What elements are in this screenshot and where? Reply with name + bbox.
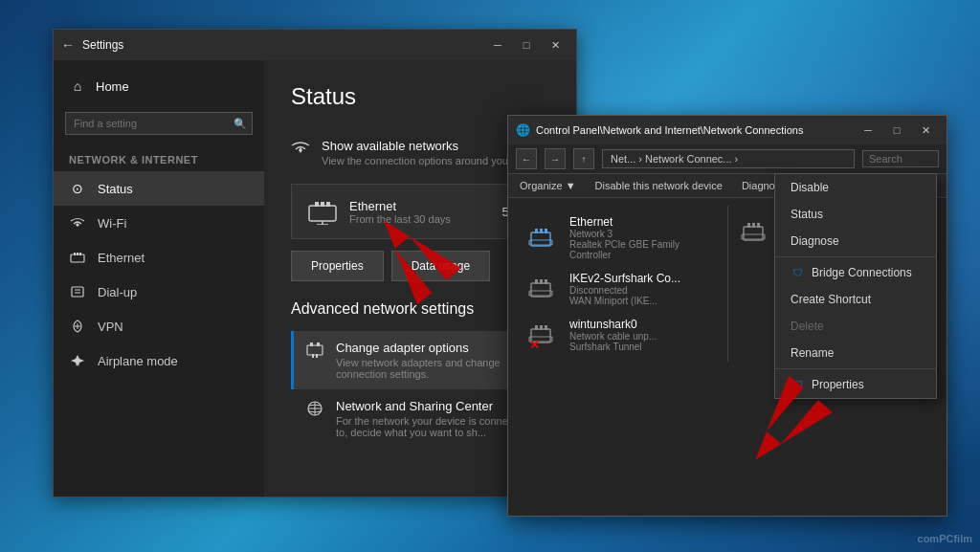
- show-networks-title: Show available networks: [322, 139, 511, 153]
- sidebar-item-dialup[interactable]: Dial-up: [54, 275, 264, 309]
- network-icon: [291, 139, 310, 158]
- disable-device-button[interactable]: Disable this network device: [591, 178, 726, 193]
- ethernet-net-icon: [527, 221, 562, 255]
- ethernet-net-sub: Network 3: [569, 229, 716, 239]
- svg-rect-31: [535, 279, 538, 284]
- sidebar-home[interactable]: ⌂ Home: [54, 68, 264, 104]
- sidebar-item-vpn-label: VPN: [98, 320, 123, 334]
- ikev2-net-name: IKEv2-Surfshark Co...: [569, 272, 680, 285]
- search-icon: 🔍: [234, 118, 247, 130]
- svg-rect-30: [531, 283, 550, 297]
- svg-rect-43: [757, 223, 760, 228]
- svg-rect-17: [317, 342, 320, 346]
- ethernet-sub: From the last 30 days: [349, 213, 451, 225]
- show-networks-text: Show available networks View the connect…: [322, 139, 511, 166]
- data-usage-button[interactable]: Data usage: [391, 251, 490, 281]
- sidebar-home-label: Home: [96, 79, 129, 94]
- svg-rect-1: [74, 253, 76, 255]
- home-icon: ⌂: [69, 77, 86, 95]
- ethernet-info: Ethernet From the last 30 days: [349, 199, 451, 225]
- ctx-status[interactable]: Status: [775, 201, 936, 228]
- context-menu: Disable Status Diagnose 🛡 Bridge Connect…: [774, 198, 937, 399]
- ctx-shortcut[interactable]: Create Shortcut: [775, 286, 936, 313]
- svg-rect-40: [744, 227, 763, 240]
- ctx-properties[interactable]: 🛡 Properties: [775, 371, 936, 398]
- settings-titlebar: ← Settings ─ □ ✕: [54, 30, 576, 60]
- titlebar-left: ← Settings: [61, 37, 123, 53]
- wintun-net-sub: Network cable unp...: [569, 331, 657, 342]
- adapter-icon: [305, 341, 324, 360]
- wintun-net-sub2: Surfshark Tunnel: [569, 342, 657, 352]
- search-box: 🔍: [65, 112, 253, 135]
- ctx-properties-shield-icon: 🛡: [791, 378, 804, 391]
- svg-rect-36: [535, 325, 538, 330]
- sidebar-item-wifi[interactable]: Wi-Fi: [54, 206, 264, 240]
- sidebar-item-ethernet[interactable]: Ethernet: [54, 240, 264, 275]
- titlebar-controls: ─ □ ✕: [484, 35, 568, 55]
- cp-up-button[interactable]: ↑: [573, 148, 594, 169]
- ethernet-network-item[interactable]: Ethernet Network 3 Realtek PCIe GBE Fami…: [520, 210, 724, 266]
- sidebar-item-airplane[interactable]: Airplane mode: [54, 343, 264, 378]
- ethernet-icon: [69, 249, 86, 266]
- svg-rect-28: [545, 229, 547, 233]
- watermark: comPCfilm: [918, 533, 972, 544]
- ctx-bridge-shield-icon: 🛡: [791, 266, 804, 279]
- svg-rect-11: [321, 202, 324, 207]
- airplane-icon: [69, 352, 86, 369]
- cp-minimize-button[interactable]: ─: [855, 121, 881, 140]
- cp-close-button[interactable]: ✕: [912, 121, 939, 140]
- maximize-button[interactable]: □: [513, 35, 540, 55]
- sidebar: ⌂ Home 🔍 Network & Internet ⊙ Status Wi-…: [54, 60, 264, 497]
- sidebar-item-vpn[interactable]: VPN: [54, 309, 264, 343]
- ctx-divider-2: [775, 368, 936, 369]
- ctx-divider-1: [775, 256, 936, 257]
- cp-forward-button[interactable]: →: [545, 148, 566, 169]
- svg-rect-37: [540, 325, 543, 330]
- ethernet-net-sub2: Realtek PCIe GBE Family Controller: [569, 239, 716, 260]
- cp-address-bar[interactable]: Net... › Network Connec... ›: [602, 149, 855, 168]
- ctx-diagnose[interactable]: Diagnose: [775, 228, 936, 254]
- ethernet-left: Ethernet From the last 30 days: [307, 196, 451, 227]
- sidebar-item-airplane-label: Airplane mode: [98, 354, 178, 368]
- svg-rect-19: [316, 354, 318, 358]
- properties-button[interactable]: Properties: [291, 251, 384, 281]
- ethernet-net-name: Ethernet: [569, 215, 716, 229]
- svg-rect-32: [540, 279, 543, 284]
- cp-address-text: Net... › Network Connec... ›: [611, 153, 738, 165]
- cp-back-button[interactable]: ←: [516, 148, 537, 169]
- wifi-icon: [69, 214, 86, 232]
- svg-rect-26: [535, 229, 538, 233]
- svg-rect-16: [310, 342, 313, 346]
- ethernet-name: Ethernet: [349, 199, 451, 213]
- svg-rect-27: [540, 229, 543, 233]
- svg-rect-12: [326, 202, 330, 207]
- sidebar-item-status[interactable]: ⊙ Status: [54, 171, 264, 206]
- show-networks-desc: View the connection options around you.: [322, 155, 511, 166]
- cp-search-input[interactable]: [862, 150, 939, 167]
- svg-rect-44: [742, 234, 765, 239]
- ctx-status-label: Status: [791, 208, 823, 221]
- svg-rect-15: [307, 345, 323, 355]
- ethernet3-net-icon: [740, 215, 774, 250]
- svg-rect-42: [752, 223, 755, 228]
- close-button[interactable]: ✕: [542, 35, 568, 55]
- organize-button[interactable]: Organize ▼: [516, 178, 580, 193]
- ctx-delete: Delete: [775, 313, 936, 340]
- back-button[interactable]: ←: [61, 37, 75, 53]
- minimize-button[interactable]: ─: [484, 35, 511, 55]
- settings-window-title: Settings: [82, 38, 123, 52]
- wintun-network-item[interactable]: ✕ wintunshark0 Network cable unp... Surf…: [520, 312, 724, 358]
- search-input[interactable]: [65, 112, 253, 135]
- svg-rect-4: [72, 287, 83, 297]
- svg-rect-41: [747, 223, 750, 228]
- control-panel-window: 🌐 Control Panel\Network and Internet\Net…: [507, 115, 947, 517]
- ctx-bridge[interactable]: 🛡 Bridge Connections: [775, 259, 936, 286]
- cp-controls: ─ □ ✕: [855, 121, 939, 140]
- cp-body: Ethernet Network 3 Realtek PCIe GBE Fami…: [508, 198, 947, 516]
- ikev2-network-item[interactable]: IKEv2-Surfshark Co... Disconnected WAN M…: [520, 266, 724, 312]
- cp-maximize-button[interactable]: □: [883, 121, 910, 140]
- svg-rect-34: [529, 291, 552, 296]
- cp-title-text: Control Panel\Network and Internet\Netwo…: [536, 124, 849, 136]
- ctx-rename[interactable]: Rename: [775, 340, 936, 366]
- cp-nav-bar: ← → ↑ Net... › Network Connec... ›: [508, 144, 947, 174]
